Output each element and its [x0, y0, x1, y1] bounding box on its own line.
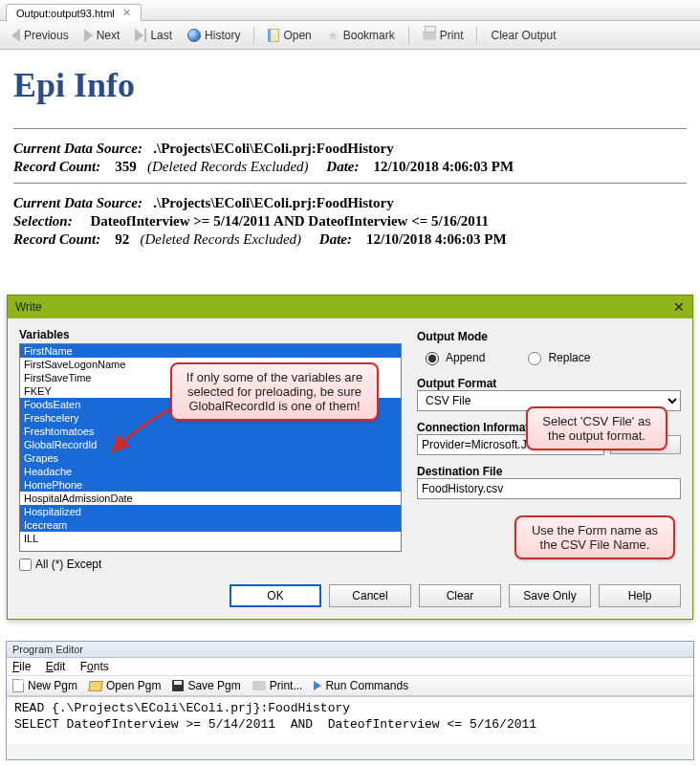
- help-button[interactable]: Help: [599, 584, 681, 607]
- cancel-button[interactable]: Cancel: [329, 584, 411, 607]
- record-count-row: Record Count: 92 (Deleted Records Exclud…: [13, 231, 687, 248]
- tab-output[interactable]: Output:output93.html ✕: [6, 4, 142, 21]
- list-item[interactable]: Hospitalized: [20, 505, 401, 518]
- open-button[interactable]: Open: [262, 27, 317, 44]
- last-button[interactable]: Last: [129, 27, 178, 44]
- next-button[interactable]: Next: [78, 27, 126, 44]
- list-item[interactable]: Icecream: [20, 518, 401, 532]
- list-item[interactable]: GlobalRecordId: [20, 438, 401, 451]
- previous-button[interactable]: Previous: [6, 27, 75, 44]
- program-editor-menu: File Edit Fonts: [7, 658, 693, 676]
- print-icon: [423, 31, 436, 40]
- save-icon: [172, 680, 184, 691]
- page-icon: [12, 679, 24, 692]
- list-item[interactable]: Headache: [20, 465, 401, 478]
- program-editor-toolbar: New Pgm Open Pgm Save Pgm Print... Run C…: [7, 676, 693, 696]
- toolbar: Previous Next Last History Open ★ Bookma…: [0, 21, 700, 50]
- callout-format: Select 'CSV File' as the output format.: [526, 406, 667, 450]
- destination-file-label: Destination File: [417, 465, 681, 478]
- saveonly-button[interactable]: Save Only: [509, 584, 591, 607]
- replace-radio[interactable]: Replace: [523, 349, 590, 365]
- separator: [476, 27, 477, 44]
- previous-icon: [11, 29, 20, 42]
- all-except-label: All (*) Except: [35, 558, 101, 571]
- new-pgm-button[interactable]: New Pgm: [12, 679, 77, 692]
- data-source-row: Current Data Source: .\Projects\EColi\EC…: [13, 141, 687, 157]
- menu-fonts[interactable]: Fonts: [80, 660, 109, 673]
- write-dialog: Write ✕ Variables FirstNameFirstSaveLogo…: [7, 295, 693, 620]
- variables-label: Variables: [19, 328, 402, 341]
- save-pgm-button[interactable]: Save Pgm: [172, 679, 240, 692]
- program-editor-title: Program Editor: [7, 642, 693, 658]
- callout-variables: If only some of the variables are select…: [170, 362, 379, 421]
- list-item[interactable]: FirstName: [20, 344, 401, 358]
- menu-edit[interactable]: Edit: [46, 660, 66, 673]
- last-icon: [135, 29, 146, 42]
- open-icon: [268, 29, 279, 42]
- next-icon: [84, 29, 93, 42]
- list-item[interactable]: HomePhone: [20, 478, 401, 492]
- code-area[interactable]: READ {.\Projects\EColi\EColi.prj}:FoodHi…: [7, 696, 693, 744]
- print-button[interactable]: Print: [417, 27, 470, 44]
- separator: [253, 27, 254, 44]
- list-item[interactable]: HospitalAdmissionDate: [20, 492, 401, 505]
- record-count-row: Record Count: 359 (Deleted Records Exclu…: [13, 159, 687, 175]
- separator: [408, 27, 409, 44]
- globe-icon: [187, 29, 201, 42]
- dialog-titlebar[interactable]: Write ✕: [8, 295, 692, 318]
- print-pgm-button[interactable]: Print...: [252, 679, 303, 692]
- arrow-icon: [103, 405, 180, 462]
- menu-file[interactable]: File: [12, 660, 31, 673]
- selection-row: Selection: DateofInterview >= 5/14/2011 …: [13, 213, 687, 230]
- clear-output-button[interactable]: Clear Output: [485, 27, 561, 44]
- tab-label: Output:output93.html: [16, 8, 115, 19]
- close-icon[interactable]: ✕: [122, 7, 131, 19]
- ok-button[interactable]: OK: [230, 584, 321, 607]
- divider: [13, 183, 687, 184]
- list-item[interactable]: ILL: [20, 532, 401, 545]
- output-pane: Epi Info Current Data Source: .\Projects…: [0, 50, 700, 253]
- run-icon: [314, 681, 321, 690]
- divider: [13, 128, 687, 129]
- clear-button[interactable]: Clear: [419, 584, 501, 607]
- bookmark-button[interactable]: ★ Bookmark: [321, 26, 401, 45]
- tab-bar: Output:output93.html ✕: [0, 0, 700, 21]
- print-icon: [252, 681, 266, 690]
- output-mode-label: Output Mode: [417, 330, 681, 343]
- append-radio[interactable]: Append: [421, 349, 485, 365]
- list-item[interactable]: Grapes: [20, 451, 401, 465]
- history-button[interactable]: History: [182, 27, 246, 44]
- callout-filename: Use the Form name as the CSV File Name.: [514, 515, 675, 559]
- program-editor: Program Editor File Edit Fonts New Pgm O…: [6, 641, 694, 760]
- data-source-row: Current Data Source: .\Projects\EColi\EC…: [13, 195, 687, 211]
- list-item[interactable]: Freshtomatoes: [20, 425, 401, 438]
- close-icon[interactable]: ✕: [673, 299, 685, 315]
- destination-file-input[interactable]: [417, 478, 681, 499]
- all-except-checkbox[interactable]: [19, 558, 32, 571]
- output-format-label: Output Format: [417, 377, 681, 390]
- open-pgm-button[interactable]: Open Pgm: [89, 679, 161, 692]
- dialog-title: Write: [15, 300, 42, 314]
- page-title: Epi Info: [13, 65, 687, 105]
- run-commands-button[interactable]: Run Commands: [314, 679, 408, 692]
- folder-icon: [88, 681, 103, 691]
- star-icon: ★: [327, 28, 339, 43]
